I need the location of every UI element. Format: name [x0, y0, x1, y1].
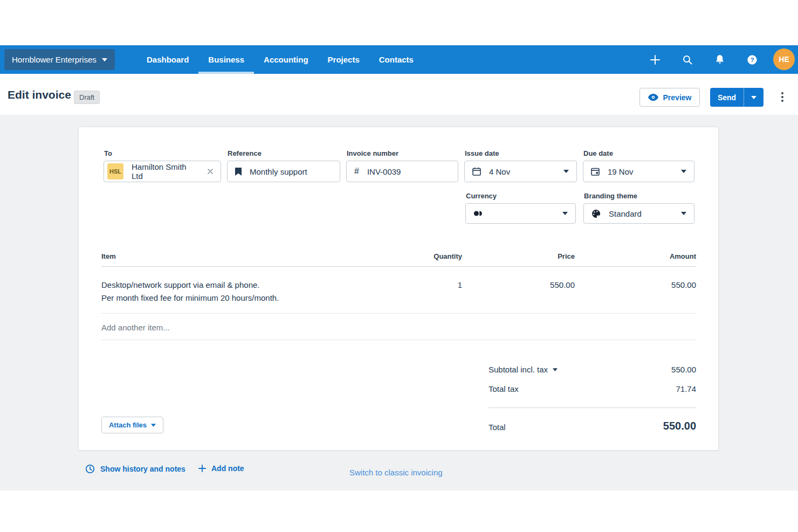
item-price: 550.00 — [550, 280, 575, 289]
chevron-down-icon — [151, 424, 156, 427]
send-split-button: Send — [710, 88, 763, 107]
palette-icon — [591, 209, 601, 218]
branding-theme-value: Standard — [609, 209, 642, 218]
nav-tab-dashboard[interactable]: Dashboard — [137, 45, 198, 74]
send-dropdown-button[interactable] — [744, 88, 763, 107]
page-title: Edit invoice — [8, 88, 71, 101]
remove-contact-icon[interactable] — [208, 169, 213, 174]
issue-date-value: 4 Nov — [489, 167, 510, 176]
history-icon — [85, 464, 95, 474]
branding-theme-label: Branding theme — [584, 192, 637, 200]
plus-icon[interactable] — [650, 54, 661, 66]
issue-date-label: Issue date — [465, 149, 499, 157]
branding-theme-field[interactable]: Standard — [583, 203, 694, 224]
status-badge: Draft — [74, 91, 100, 104]
help-icon[interactable]: ? — [747, 54, 758, 66]
due-date-label: Due date — [583, 149, 613, 157]
svg-text:?: ? — [750, 56, 754, 64]
total-tax-label: Total tax — [489, 384, 519, 393]
bookmark-icon — [235, 168, 242, 176]
nav-icon-group: ? — [650, 45, 758, 74]
org-name: Hornblower Enterprises — [12, 55, 97, 64]
item-description-line2: Per month fixed fee for minimum 20 hours… — [101, 293, 279, 302]
item-quantity: 1 — [458, 280, 462, 289]
nav-tab-accounting[interactable]: Accounting — [254, 45, 318, 74]
to-field[interactable]: HSL Hamilton Smith Ltd — [104, 161, 221, 182]
show-history-link[interactable]: Show history and notes — [85, 464, 185, 474]
content-area: To Reference Invoice number Issue date D… — [0, 115, 798, 490]
total-label: Total — [489, 423, 506, 432]
item-amount: 550.00 — [671, 280, 696, 289]
chevron-down-icon — [563, 170, 569, 173]
col-header-price: Price — [558, 252, 575, 260]
switch-classic-invoicing-link[interactable]: Switch to classic invoicing — [349, 468, 443, 477]
add-item-row[interactable]: Add another item... — [101, 323, 170, 332]
chevron-down-icon — [102, 58, 107, 61]
currency-label: Currency — [466, 192, 497, 200]
chevron-down-icon — [553, 368, 558, 371]
due-date-value: 19 Nov — [608, 167, 634, 176]
chevron-down-icon — [681, 212, 686, 215]
invoice-number-value: INV-0039 — [367, 167, 401, 176]
nav-tab-projects[interactable]: Projects — [318, 45, 369, 74]
subtotal-dropdown[interactable]: Subtotal incl. tax — [489, 365, 558, 374]
calendar-icon — [472, 167, 481, 176]
invoice-card: To Reference Invoice number Issue date D… — [78, 127, 719, 451]
eye-icon — [648, 94, 658, 101]
invoice-number-label: Invoice number — [347, 149, 398, 157]
row-divider — [101, 340, 696, 340]
attach-files-button[interactable]: Attach files — [101, 417, 163, 433]
total-tax-value: 71.74 — [676, 384, 696, 393]
page-header: Edit invoice Draft Preview Send — [0, 74, 798, 115]
currency-coins-icon — [473, 210, 483, 217]
total-value: 550.00 — [663, 420, 696, 432]
chevron-down-icon — [751, 96, 756, 99]
chevron-down-icon — [681, 170, 686, 173]
add-note-link[interactable]: Add note — [198, 464, 244, 473]
col-header-item: Item — [101, 252, 116, 260]
to-label: To — [104, 149, 112, 157]
more-options-icon[interactable] — [780, 91, 785, 103]
main-nav: Dashboard Business Accounting Projects C… — [137, 45, 423, 74]
avatar[interactable]: HE — [773, 49, 795, 70]
due-date-field[interactable]: 19 Nov — [583, 161, 694, 182]
nav-tab-business[interactable]: Business — [198, 45, 254, 74]
table-header-divider — [101, 266, 696, 267]
currency-field[interactable] — [465, 203, 576, 224]
reference-value: Monthly support — [250, 167, 307, 176]
preview-button[interactable]: Preview — [639, 88, 700, 107]
nav-tab-contacts[interactable]: Contacts — [369, 45, 423, 74]
send-button[interactable]: Send — [710, 88, 744, 107]
row-divider — [101, 313, 696, 314]
col-header-quantity: Quantity — [434, 252, 462, 260]
item-description-line1: Desktop/network support via email & phon… — [101, 280, 260, 289]
plus-icon — [198, 465, 206, 472]
contact-initials-badge: HSL — [107, 163, 123, 179]
subtotal-value: 550.00 — [671, 365, 696, 374]
bell-icon[interactable] — [714, 54, 725, 66]
reference-field[interactable]: Monthly support — [227, 161, 340, 182]
hash-icon: # — [354, 167, 359, 176]
totals-divider — [489, 407, 696, 408]
search-icon[interactable] — [682, 54, 693, 66]
chevron-down-icon — [562, 212, 568, 215]
issue-date-field[interactable]: 4 Nov — [464, 161, 577, 182]
col-header-amount: Amount — [670, 252, 696, 260]
top-navbar: Hornblower Enterprises Dashboard Busines… — [0, 45, 798, 74]
org-selector[interactable]: Hornblower Enterprises — [4, 49, 115, 70]
calendar-icon — [591, 167, 600, 176]
invoice-number-field[interactable]: # INV-0039 — [346, 161, 458, 182]
contact-name: Hamilton Smith Ltd — [132, 162, 200, 181]
reference-label: Reference — [228, 149, 262, 157]
